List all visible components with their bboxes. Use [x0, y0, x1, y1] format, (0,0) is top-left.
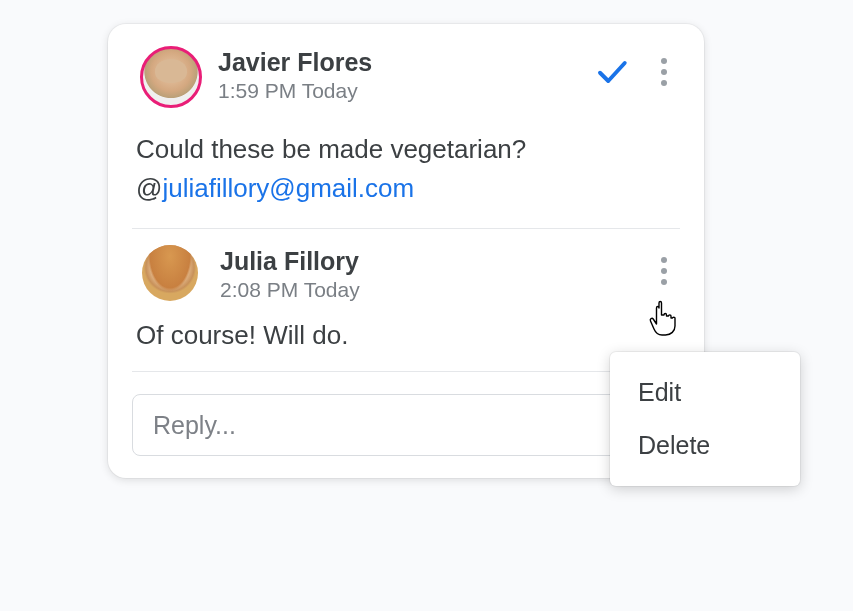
more-options-icon[interactable]: [652, 54, 676, 90]
author-name: Julia Fillory: [220, 247, 630, 276]
context-menu: Edit Delete: [610, 352, 800, 486]
reply-comment: Julia Fillory 2:08 PM Today Of course! W…: [132, 245, 680, 351]
avatar[interactable]: [142, 245, 198, 301]
divider: [132, 228, 680, 229]
author-name: Javier Flores: [218, 48, 578, 77]
comment-actions: [652, 245, 680, 289]
reply-input[interactable]: [132, 394, 680, 456]
comment-header: Javier Flores 1:59 PM Today: [132, 46, 680, 108]
author-block: Javier Flores 1:59 PM Today: [218, 46, 578, 103]
comment-body: Could these be made vegetarian? @juliafi…: [132, 130, 680, 208]
main-comment: Javier Flores 1:59 PM Today Could these …: [132, 46, 680, 208]
divider: [132, 371, 680, 372]
comment-body: Of course! Will do.: [132, 320, 680, 351]
menu-item-edit[interactable]: Edit: [610, 366, 800, 419]
comment-timestamp: 2:08 PM Today: [220, 278, 630, 302]
more-options-icon[interactable]: [652, 253, 676, 289]
mention-at: @: [136, 173, 162, 203]
avatar[interactable]: [140, 46, 202, 108]
comment-timestamp: 1:59 PM Today: [218, 79, 578, 103]
comment-text: Could these be made vegetarian?: [136, 134, 526, 164]
comment-actions: [594, 46, 680, 90]
comment-header: Julia Fillory 2:08 PM Today: [132, 245, 680, 302]
menu-item-delete[interactable]: Delete: [610, 419, 800, 472]
author-block: Julia Fillory 2:08 PM Today: [220, 245, 630, 302]
resolve-checkmark-icon[interactable]: [594, 54, 630, 90]
mention-email[interactable]: juliafillory@gmail.com: [162, 173, 414, 203]
